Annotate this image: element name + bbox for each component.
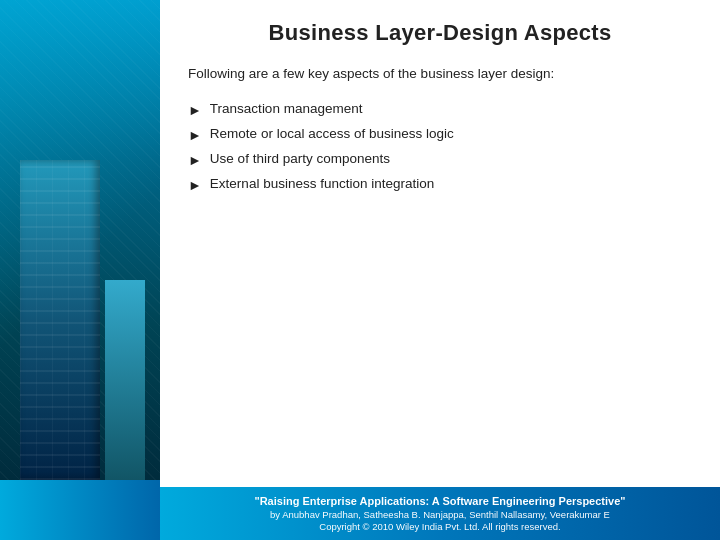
list-item: ► Use of third party components [188,148,692,173]
building-small-graphic [105,280,145,480]
footer-book-title-text: "Raising Enterprise Applications: A Soft… [254,495,625,507]
footer: "Raising Enterprise Applications: A Soft… [160,487,720,540]
slide-title: Business Layer-Design Aspects [188,20,692,46]
bullet-arrow-4: ► [188,174,202,198]
left-decorative-panel [0,0,160,540]
bullet-arrow-1: ► [188,99,202,123]
list-item: ► Transaction management [188,98,692,123]
footer-copyright: Copyright © 2010 Wiley India Pvt. Ltd. A… [174,521,706,532]
bullet-list: ► Transaction management ► Remote or loc… [188,98,692,197]
building-graphic [20,160,100,480]
bullet-text-2: Remote or local access of business logic [210,123,454,146]
bullet-arrow-2: ► [188,124,202,148]
footer-authors: by Anubhav Pradhan, Satheesha B. Nanjapp… [174,509,706,520]
bullet-text-3: Use of third party components [210,148,390,171]
list-item: ► External business function integration [188,173,692,198]
content-panel: Business Layer-Design Aspects Following … [160,0,720,540]
bullet-text-1: Transaction management [210,98,363,121]
left-bottom-bar [0,480,160,540]
footer-book-title: "Raising Enterprise Applications: A Soft… [174,495,706,507]
bullet-text-4: External business function integration [210,173,434,196]
bullet-arrow-3: ► [188,149,202,173]
list-item: ► Remote or local access of business log… [188,123,692,148]
intro-text: Following are a few key aspects of the b… [188,64,692,84]
